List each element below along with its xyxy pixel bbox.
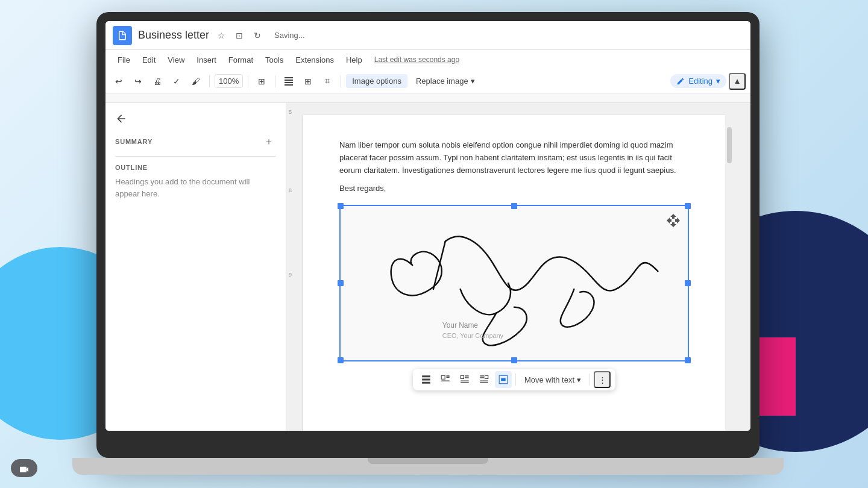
crop-button[interactable]: ⌗: [319, 73, 336, 90]
saving-status: Saving...: [274, 31, 305, 40]
svg-rect-6: [441, 381, 450, 382]
sidebar-back-button[interactable]: [115, 113, 276, 125]
menu-edit[interactable]: Edit: [137, 54, 160, 66]
zoom-control[interactable]: 100%: [215, 74, 243, 88]
resize-handle-top-right[interactable]: [685, 203, 691, 209]
wrap-left-button[interactable]: [456, 371, 473, 388]
scrollbar-thumb[interactable]: [727, 127, 732, 163]
move-with-text-label: Move with text: [524, 375, 574, 384]
outline-hint: Headings you add to the document will ap…: [115, 177, 250, 198]
title-action-icons: ☆ ⊡ ↻: [214, 28, 265, 43]
resize-handle-top-left[interactable]: [338, 203, 344, 209]
replace-image-button[interactable]: Replace image ▾: [410, 74, 481, 88]
collapse-toolbar-button[interactable]: ▲: [729, 73, 746, 90]
outline-label: OUTLINE: [115, 164, 276, 171]
star-icon[interactable]: ☆: [214, 28, 228, 43]
main-toolbar: ↩ ↪ 🖨 ✓ 🖌 100% ⊞ ⊞ ⌗ Image options Repla…: [105, 69, 750, 93]
move-with-text-chevron: ▾: [577, 375, 581, 384]
editing-chevron-icon: ▾: [716, 77, 720, 86]
cloud-icon[interactable]: ↻: [250, 28, 265, 43]
menu-view[interactable]: View: [163, 54, 189, 66]
svg-rect-2: [422, 376, 430, 378]
svg-rect-9: [461, 376, 464, 379]
selected-image[interactable]: Your Name CEO, Your Company: [339, 205, 689, 361]
laptop-screen: Business letter ☆ ⊡ ↻ Saving... File Edi…: [105, 21, 750, 431]
laptop-frame: Business letter ☆ ⊡ ↻ Saving... File Edi…: [96, 12, 760, 458]
add-summary-button[interactable]: ＋: [262, 134, 276, 149]
resize-handle-middle-left[interactable]: [338, 280, 344, 286]
resize-handle-bottom-left[interactable]: [338, 357, 344, 363]
editing-mode-dropdown[interactable]: Editing ▾: [670, 74, 726, 88]
redo-button[interactable]: ↪: [130, 73, 146, 90]
image-float-toolbar: Move with text ▾ ⋮: [413, 369, 615, 390]
resize-handle-bottom-middle[interactable]: [511, 357, 517, 363]
ruler-content: [292, 93, 738, 102]
last-edit-status[interactable]: Last edit was seconds ago: [374, 55, 459, 64]
table-button[interactable]: ⊞: [300, 73, 316, 90]
svg-rect-11: [465, 378, 469, 379]
summary-section-header: SUMMARY ＋: [115, 134, 276, 149]
wrap-inline-button[interactable]: [418, 371, 435, 388]
document-area[interactable]: 5 8 9 Nam liber tempor cum soluta nobis …: [286, 103, 750, 431]
svg-rect-4: [422, 382, 430, 384]
svg-rect-13: [461, 383, 469, 384]
svg-rect-3: [422, 379, 430, 381]
menu-extensions[interactable]: Extensions: [291, 54, 339, 66]
toolbar-sep-2: [248, 75, 248, 87]
summary-label: SUMMARY: [115, 138, 153, 145]
toolbar-sep-3: [275, 75, 275, 87]
svg-rect-16: [480, 378, 484, 379]
move-with-text-button[interactable]: Move with text ▾: [520, 373, 586, 387]
float-toolbar-sep: [515, 374, 516, 386]
document-title[interactable]: Business letter: [138, 29, 209, 42]
menu-insert[interactable]: Insert: [192, 54, 221, 66]
paint-format-button[interactable]: 🖌: [187, 73, 204, 90]
wrap-square-button[interactable]: [437, 371, 454, 388]
laptop-base: [72, 458, 784, 475]
image-options-button[interactable]: Image options: [346, 74, 407, 88]
scrollbar[interactable]: [725, 115, 734, 431]
sidebar: SUMMARY ＋ OUTLINE Headings you add to th…: [105, 103, 286, 431]
svg-rect-14: [485, 376, 488, 379]
svg-rect-12: [461, 381, 469, 382]
float-toolbar-sep-2: [590, 374, 590, 386]
resize-handle-top-middle[interactable]: [511, 203, 517, 209]
svg-text:Your Name: Your Name: [442, 322, 479, 330]
wrap-none-button[interactable]: [495, 371, 512, 388]
print-button[interactable]: 🖨: [149, 73, 166, 90]
toolbar-sep-1: [209, 75, 210, 87]
resize-handle-middle-right[interactable]: [685, 280, 691, 286]
document-regards: Best regards,: [339, 184, 689, 193]
sidebar-divider: [115, 156, 276, 157]
move-image-icon[interactable]: [665, 212, 682, 229]
more-options-button[interactable]: ⋮: [594, 371, 611, 388]
editing-mode-label: Editing: [688, 77, 712, 86]
resize-handle-bottom-right[interactable]: [685, 357, 691, 363]
signature-image: Your Name CEO, Your Company: [341, 206, 688, 360]
content-area: SUMMARY ＋ OUTLINE Headings you add to th…: [105, 103, 750, 431]
document-page: Nam liber tempor cum soluta nobis eleife…: [303, 115, 725, 431]
document-paragraph: Nam liber tempor cum soluta nobis eleife…: [339, 139, 689, 177]
menu-bar: File Edit View Insert Format Tools Exten…: [105, 50, 750, 69]
title-bar: Business letter ☆ ⊡ ↻ Saving...: [105, 21, 750, 50]
menu-help[interactable]: Help: [341, 54, 367, 66]
svg-rect-10: [465, 376, 469, 377]
menu-file[interactable]: File: [113, 54, 135, 66]
page-number-markers: 5 8 9: [286, 103, 298, 431]
border-button[interactable]: [280, 73, 297, 90]
google-docs-icon: [113, 26, 132, 45]
video-call-bubble[interactable]: [11, 459, 37, 477]
svg-rect-7: [446, 376, 449, 377]
print-preview-button[interactable]: ⊞: [253, 73, 270, 90]
toolbar-sep-4: [341, 75, 341, 87]
folder-icon[interactable]: ⊡: [232, 28, 247, 43]
svg-rect-18: [480, 383, 488, 384]
spell-check-button[interactable]: ✓: [168, 73, 185, 90]
menu-format[interactable]: Format: [224, 54, 258, 66]
svg-rect-8: [446, 377, 449, 378]
menu-tools[interactable]: Tools: [260, 54, 288, 66]
svg-text:CEO, Your Company: CEO, Your Company: [442, 333, 504, 340]
undo-button[interactable]: ↩: [110, 73, 127, 90]
wrap-right-button[interactable]: [476, 371, 492, 388]
ruler: [105, 93, 750, 103]
